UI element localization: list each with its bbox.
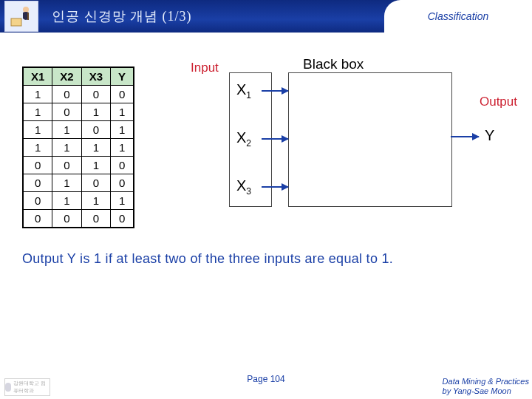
table-header-row: X1 X2 X3 Y [23,67,134,86]
blackbox-diagram: Input Black box Output X1 X2 X3 Y [170,59,510,222]
col-header: X3 [81,67,110,86]
svg-rect-0 [11,18,21,26]
table-row: 0111 [23,192,134,210]
credit-line: Data Mining & Practices [443,377,529,386]
blackbox-label: Black box [303,56,364,72]
slide-header: 인공 신경망 개념 (1/3) Classification [0,0,532,33]
svg-rect-2 [27,13,29,20]
credit-line: by Yang-Sae Moon [443,386,529,396]
col-header: X2 [52,67,81,86]
col-header: Y [111,67,134,86]
col-header: X1 [23,67,52,86]
arrow-icon [451,136,479,137]
slide-title: 인공 신경망 개념 (1/3) [52,7,192,25]
table-row: 0000 [23,210,134,228]
output-label: Output [480,95,517,109]
table-row: 1101 [23,121,134,139]
blackbox-box [288,72,452,207]
table-row: 1111 [23,139,134,157]
arrow-icon [262,138,288,140]
input-x3: X3 [236,177,251,197]
truth-table: X1 X2 X3 Y 1000 1011 1101 1111 0010 0100… [22,66,134,228]
input-x1: X1 [236,81,251,100]
table-row: 1000 [23,86,134,103]
arrow-icon [262,90,288,92]
input-label: Input [191,61,219,75]
output-y: Y [485,127,494,144]
section-label: Classification [384,0,532,33]
rule-text: Output Y is 1 if at least two of the thr… [22,251,393,267]
credits: Data Mining & Practices by Yang-Sae Moon [443,377,529,396]
input-x2: X2 [236,129,251,149]
table-row: 1011 [23,103,134,121]
arrow-icon [262,186,288,188]
slide-body: X1 X2 X3 Y 1000 1011 1101 1111 0010 0100… [22,59,510,355]
svg-point-1 [23,7,29,13]
presenter-icon [4,1,38,32]
table-row: 0010 [23,157,134,174]
slide-footer: 강원대학교 컴퓨터학과 Page 104 Data Mining & Pract… [0,377,532,399]
table-row: 0100 [23,174,134,192]
